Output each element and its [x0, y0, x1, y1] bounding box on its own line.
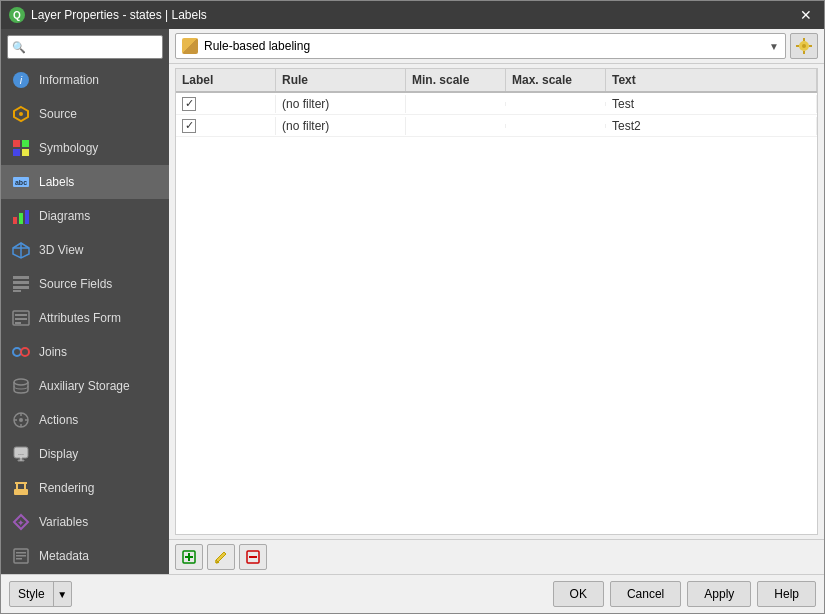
add-rule-button[interactable]	[175, 544, 203, 570]
svg-rect-18	[13, 286, 29, 289]
symbology-icon	[11, 138, 31, 158]
svg-text:...: ...	[18, 449, 24, 456]
main-content: 🔍 i Information Source	[1, 29, 824, 574]
footer-actions: OK Cancel Apply Help	[553, 581, 816, 607]
sidebar-item-metadata[interactable]: Metadata	[1, 539, 169, 573]
svg-rect-11	[19, 213, 23, 224]
cell-label	[176, 95, 276, 113]
sidebar-item-label: Actions	[39, 413, 78, 427]
col-minscale: Min. scale	[406, 69, 506, 91]
sidebar-item-diagrams[interactable]: Diagrams	[1, 199, 169, 233]
cancel-button[interactable]: Cancel	[610, 581, 681, 607]
sidebar: 🔍 i Information Source	[1, 29, 169, 574]
sidebar-item-auxiliarystorage[interactable]: Auxiliary Storage	[1, 369, 169, 403]
labeling-method-dropdown[interactable]: Rule-based labeling ▼	[175, 33, 786, 59]
sidebar-item-labels[interactable]: abc Labels	[1, 165, 169, 199]
sidebar-item-label: Source	[39, 107, 77, 121]
sidebar-item-rendering[interactable]: Rendering	[1, 471, 169, 505]
svg-text:✦: ✦	[17, 518, 25, 528]
chevron-down-icon: ▼	[53, 581, 71, 607]
sidebar-item-joins[interactable]: Joins	[1, 335, 169, 369]
rule-icon	[182, 38, 198, 54]
edit-rule-button[interactable]	[207, 544, 235, 570]
right-panel: Rule-based labeling ▼	[169, 29, 824, 574]
sourcefields-icon	[11, 274, 31, 294]
sidebar-item-variables[interactable]: ✦ Variables	[1, 505, 169, 539]
style-button[interactable]: Style ▼	[9, 581, 72, 607]
variables-icon: ✦	[11, 512, 31, 532]
svg-point-26	[14, 379, 28, 385]
svg-point-28	[19, 418, 23, 422]
svg-rect-22	[15, 318, 27, 320]
sidebar-item-source[interactable]: Source	[1, 97, 169, 131]
svg-rect-38	[16, 552, 26, 554]
cell-minscale	[406, 124, 506, 128]
window-title: Layer Properties - states | Labels	[31, 8, 207, 22]
cell-rule: (no filter)	[276, 117, 406, 135]
rendering-icon	[11, 478, 31, 498]
sidebar-item-3dview[interactable]: 3D View	[1, 233, 169, 267]
sidebar-item-label: Variables	[39, 515, 88, 529]
svg-rect-44	[803, 51, 805, 54]
labeling-settings-button[interactable]	[790, 33, 818, 59]
row-checkbox[interactable]	[182, 119, 196, 133]
svg-rect-7	[22, 149, 29, 156]
svg-rect-46	[809, 45, 812, 47]
labeling-method-label: Rule-based labeling	[204, 39, 310, 53]
sidebar-item-label: Joins	[39, 345, 67, 359]
sidebar-item-label: Metadata	[39, 549, 89, 563]
table-row[interactable]: (no filter) Test	[176, 93, 817, 115]
svg-rect-4	[13, 140, 20, 147]
sidebar-item-label: Diagrams	[39, 209, 90, 223]
sidebar-item-display[interactable]: ... Display	[1, 437, 169, 471]
attributesform-icon	[11, 308, 31, 328]
svg-rect-12	[25, 210, 29, 224]
svg-rect-34	[14, 489, 28, 495]
diagrams-icon	[11, 206, 31, 226]
sidebar-item-attributesform[interactable]: Attributes Form	[1, 301, 169, 335]
bottom-toolbar	[169, 539, 824, 574]
sidebar-item-label: Display	[39, 447, 78, 461]
table-row[interactable]: (no filter) Test2	[176, 115, 817, 137]
col-label: Label	[176, 69, 276, 91]
cell-rule: (no filter)	[276, 95, 406, 113]
col-rule: Rule	[276, 69, 406, 91]
footer: Style ▼ OK Cancel Apply Help	[1, 574, 824, 613]
svg-point-25	[21, 348, 29, 356]
svg-text:abc: abc	[15, 179, 27, 186]
remove-rule-button[interactable]	[239, 544, 267, 570]
close-button[interactable]: ✕	[796, 5, 816, 25]
sidebar-item-actions[interactable]: Actions	[1, 403, 169, 437]
sidebar-item-label: Source Fields	[39, 277, 112, 291]
help-button[interactable]: Help	[757, 581, 816, 607]
title-bar: Q Layer Properties - states | Labels ✕	[1, 1, 824, 29]
sidebar-item-information[interactable]: i Information	[1, 63, 169, 97]
app-icon: Q	[9, 7, 25, 23]
table-header: Label Rule Min. scale Max. scale Text	[176, 69, 817, 93]
sidebar-item-label: Information	[39, 73, 99, 87]
sidebar-item-label: Symbology	[39, 141, 98, 155]
svg-rect-39	[16, 555, 26, 557]
metadata-icon	[11, 546, 31, 566]
cell-text: Test	[606, 95, 817, 113]
search-box[interactable]: 🔍	[7, 35, 163, 59]
search-input[interactable]	[28, 41, 158, 53]
svg-rect-17	[13, 281, 29, 284]
cell-label	[176, 117, 276, 135]
sidebar-item-sourcefields[interactable]: Source Fields	[1, 267, 169, 301]
information-icon: i	[11, 70, 31, 90]
cell-minscale	[406, 102, 506, 106]
ok-button[interactable]: OK	[553, 581, 604, 607]
svg-rect-6	[13, 149, 20, 156]
panel-toolbar: Rule-based labeling ▼	[169, 29, 824, 64]
apply-button[interactable]: Apply	[687, 581, 751, 607]
cell-maxscale	[506, 102, 606, 106]
svg-point-3	[19, 112, 23, 116]
svg-rect-16	[13, 276, 29, 279]
style-button-label: Style	[10, 587, 53, 601]
row-checkbox[interactable]	[182, 97, 196, 111]
sidebar-item-symbology[interactable]: Symbology	[1, 131, 169, 165]
search-icon: 🔍	[12, 41, 26, 54]
svg-rect-43	[803, 38, 805, 41]
cell-text: Test2	[606, 117, 817, 135]
